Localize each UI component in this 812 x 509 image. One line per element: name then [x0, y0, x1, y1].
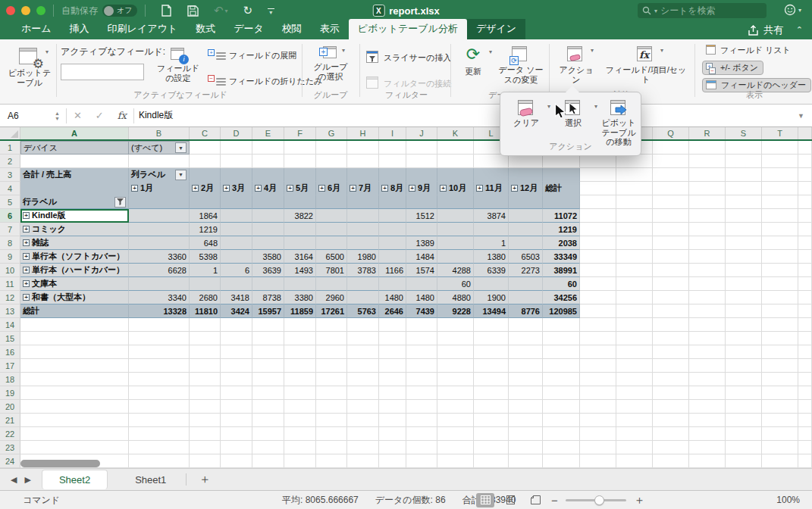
cell-P6[interactable] [616, 209, 653, 223]
cell-K21[interactable] [437, 414, 474, 427]
clear-caret[interactable]: ▾ [547, 103, 550, 110]
cell-N19[interactable] [543, 386, 580, 400]
cell-O23[interactable] [580, 441, 616, 454]
cell-P12[interactable] [616, 291, 653, 304]
cell-Q20[interactable] [653, 400, 689, 414]
cell-J4[interactable]: +9月 [406, 182, 437, 195]
cell-S3[interactable] [726, 168, 762, 182]
cell-R6[interactable] [689, 209, 726, 223]
cell-Q5[interactable] [653, 195, 689, 209]
add-sheet-button[interactable]: ＋ [199, 472, 211, 488]
cell-O10[interactable] [580, 264, 616, 277]
cell-E14[interactable] [252, 318, 284, 332]
cell-E17[interactable] [252, 359, 284, 373]
cell-K5[interactable] [437, 195, 474, 209]
cell-E13[interactable]: 15957 [252, 304, 284, 318]
cell-P13[interactable] [616, 304, 653, 318]
cell-T18[interactable] [762, 373, 798, 386]
cell-L13[interactable]: 13494 [474, 304, 509, 318]
row-header-23[interactable]: 23 [0, 441, 20, 454]
cell-Q2[interactable] [653, 155, 689, 168]
sheet-tab-sheet2[interactable]: Sheet2 [42, 470, 108, 489]
cell-K23[interactable] [437, 441, 474, 454]
cell-L2[interactable] [474, 155, 509, 168]
cell-R17[interactable] [689, 359, 726, 373]
customize-toolbar-icon[interactable]: ▾ [268, 8, 279, 14]
cell-H20[interactable] [347, 400, 379, 414]
cell-K12[interactable]: 4880 [437, 291, 474, 304]
cell-N13[interactable]: 120985 [543, 304, 580, 318]
cell-T5[interactable] [762, 195, 798, 209]
cell-P5[interactable] [616, 195, 653, 209]
zoom-window-button[interactable] [36, 6, 45, 15]
tab-review[interactable]: 校閲 [273, 19, 311, 39]
cell-B21[interactable] [129, 414, 190, 427]
cell-Q23[interactable] [653, 441, 689, 454]
cell-T16[interactable] [762, 345, 798, 359]
cell-R8[interactable] [689, 236, 726, 250]
cell-K1[interactable] [437, 141, 474, 155]
page-break-view-button[interactable] [526, 493, 544, 507]
col-header-J[interactable]: J [406, 127, 437, 139]
cell-E4[interactable]: +4月 [252, 182, 284, 195]
cell-H19[interactable] [347, 386, 379, 400]
cell-D4[interactable]: +3月 [221, 182, 252, 195]
cell-O24[interactable] [580, 454, 616, 468]
cell-L10[interactable]: 6339 [474, 264, 509, 277]
cell-C22[interactable] [190, 427, 221, 441]
cell-O20[interactable] [580, 400, 616, 414]
cell-S23[interactable] [726, 441, 762, 454]
row-header-18[interactable]: 18 [0, 373, 20, 386]
cell-C15[interactable] [190, 332, 221, 345]
cell-D12[interactable]: 3418 [221, 291, 252, 304]
cell-I12[interactable]: 1480 [379, 291, 406, 304]
cell-R2[interactable] [689, 155, 726, 168]
cell-M5[interactable] [509, 195, 543, 209]
cell-B17[interactable] [129, 359, 190, 373]
cell-M24[interactable] [509, 454, 543, 468]
cell-B22[interactable] [129, 427, 190, 441]
cell-N9[interactable]: 33349 [543, 250, 580, 264]
cell-N20[interactable] [543, 400, 580, 414]
tab-insert[interactable]: 挿入 [61, 19, 99, 39]
tab-pivottable-analyze[interactable]: ピボットテーブル分析 [349, 19, 467, 39]
cell-F1[interactable] [284, 141, 316, 155]
cell-U10[interactable] [798, 264, 812, 277]
cell-P9[interactable] [616, 250, 653, 264]
cell-I16[interactable] [379, 345, 406, 359]
cell-T20[interactable] [762, 400, 798, 414]
cell-T3[interactable] [762, 168, 798, 182]
cell-M15[interactable] [509, 332, 543, 345]
cell-A2[interactable] [20, 155, 129, 168]
cell-J5[interactable] [406, 195, 437, 209]
cell-K7[interactable] [437, 223, 474, 236]
cell-F13[interactable]: 11859 [284, 304, 316, 318]
cell-P17[interactable] [616, 359, 653, 373]
cell-S14[interactable] [726, 318, 762, 332]
cell-D8[interactable] [221, 236, 252, 250]
cell-S8[interactable] [726, 236, 762, 250]
cell-S5[interactable] [726, 195, 762, 209]
cell-G15[interactable] [316, 332, 347, 345]
cell-O11[interactable] [580, 277, 616, 291]
cell-J18[interactable] [406, 373, 437, 386]
cell-M14[interactable] [509, 318, 543, 332]
cell-C1[interactable] [190, 141, 221, 155]
cell-M19[interactable] [509, 386, 543, 400]
cell-Q7[interactable] [653, 223, 689, 236]
cell-S9[interactable] [726, 250, 762, 264]
cell-D20[interactable] [221, 400, 252, 414]
cell-L3[interactable] [474, 168, 509, 182]
cell-F22[interactable] [284, 427, 316, 441]
cell-L9[interactable]: 1380 [474, 250, 509, 264]
cell-S6[interactable] [726, 209, 762, 223]
cell-A13[interactable]: 総計 [20, 304, 129, 318]
cell-G11[interactable] [316, 277, 347, 291]
row-header-2[interactable]: 2 [0, 155, 20, 168]
cell-H12[interactable] [347, 291, 379, 304]
cell-D13[interactable]: 3424 [221, 304, 252, 318]
cell-R24[interactable] [689, 454, 726, 468]
row-header-7[interactable]: 7 [0, 223, 20, 236]
cell-E24[interactable] [252, 454, 284, 468]
cell-H23[interactable] [347, 441, 379, 454]
